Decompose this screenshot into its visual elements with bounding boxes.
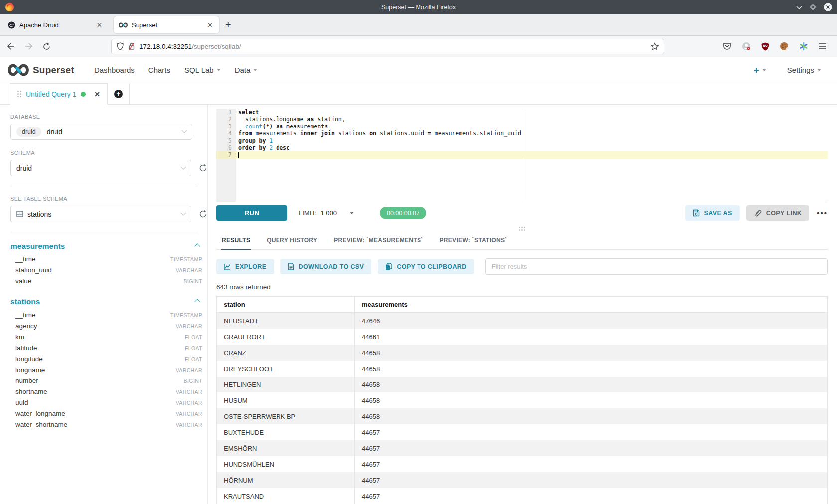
column-type: VARCHAR: [176, 267, 202, 273]
results-tab-preview-stations[interactable]: PREVIEW: `STATIONS`: [439, 232, 508, 250]
pane-splitter-handle[interactable]: [519, 227, 525, 231]
bookmark-star-icon[interactable]: [651, 42, 659, 50]
browser-tab-apache-druid[interactable]: Apache Druid ✕: [3, 16, 109, 33]
url-field[interactable]: 172.18.0.4:32251/superset/sqllab/: [111, 39, 664, 54]
chevron-down-icon: [253, 69, 257, 71]
column-header-station[interactable]: station: [217, 301, 354, 308]
cell-measurements: 44657: [354, 424, 827, 440]
schema-section-header[interactable]: stations: [10, 297, 199, 306]
column-name: number: [15, 377, 184, 384]
cell-measurements: 44658: [354, 361, 827, 377]
code-line-content: order by 2 desc: [236, 144, 828, 151]
column-header-measurements[interactable]: measurements: [354, 297, 827, 313]
window-close-icon[interactable]: [824, 3, 832, 11]
line-number: 6: [216, 144, 236, 151]
explore-button[interactable]: EXPLORE: [216, 259, 274, 274]
nav-item-sql-lab[interactable]: SQL Lab: [177, 66, 228, 74]
column-type: VARCHAR: [176, 411, 202, 417]
results-tab-query-history[interactable]: QUERY HISTORY: [266, 232, 318, 250]
drag-handle-icon[interactable]: [17, 91, 21, 97]
line-number: 4: [216, 130, 236, 137]
table-row: GRAUERORT44661: [217, 329, 827, 345]
nav-item-data[interactable]: Data: [228, 66, 265, 74]
tab-close-icon[interactable]: ✕: [95, 21, 104, 29]
table-row: HÖRNUM44657: [217, 472, 827, 488]
account-icon[interactable]: [742, 42, 751, 51]
code-line-6: 6order by 2 desc: [216, 144, 828, 151]
menu-hamburger-icon[interactable]: [819, 43, 827, 50]
shield-icon[interactable]: [117, 42, 124, 50]
database-select[interactable]: druid druid: [10, 124, 192, 140]
column-name: latitude: [15, 344, 185, 352]
ublock-icon[interactable]: UO: [761, 42, 769, 51]
tab-close-icon[interactable]: ✕: [206, 21, 214, 29]
sql-code-editor[interactable]: 1select2 stations.longname as station,3 …: [216, 109, 828, 202]
cell-station: NEUSTADT: [217, 317, 354, 325]
refresh-schema-icon[interactable]: [199, 164, 207, 172]
table-row: CRANZ44658: [217, 345, 827, 361]
column-name: longitude: [15, 355, 185, 363]
more-options-icon[interactable]: •••: [817, 209, 828, 217]
column-type: VARCHAR: [176, 389, 202, 395]
browser-tab-label: Apache Druid: [19, 21, 95, 29]
insecure-lock-icon[interactable]: [128, 42, 135, 50]
chevron-down-icon: [350, 212, 354, 214]
query-tab-untitled-1[interactable]: Untitled Query 1 ✕: [10, 83, 108, 105]
cell-station: GRAUERORT: [217, 333, 354, 341]
cookie-icon[interactable]: [780, 42, 789, 51]
add-new-button[interactable]: +: [754, 65, 766, 76]
results-tab-results[interactable]: RESULTS: [221, 232, 251, 250]
table-row: HUSUM44658: [217, 392, 827, 408]
nav-item-charts[interactable]: Charts: [141, 66, 177, 74]
reload-icon[interactable]: [43, 43, 50, 50]
save-as-button[interactable]: SAVE AS: [685, 205, 740, 221]
limit-dropdown[interactable]: LIMIT: 1 000: [299, 209, 354, 217]
table-select[interactable]: stations: [10, 206, 191, 222]
schema-section-header[interactable]: measurements: [10, 242, 199, 251]
column-type: TIMESTAMP: [170, 256, 202, 262]
save-as-label: SAVE AS: [704, 210, 732, 217]
druid-favicon: [8, 21, 15, 29]
plus-circle-icon: +: [114, 90, 123, 98]
nav-item-dashboards[interactable]: Dashboards: [87, 66, 141, 74]
copy-icon: [385, 263, 392, 270]
settings-menu[interactable]: Settings: [787, 66, 821, 74]
cell-station: HETLINGEN: [217, 381, 354, 388]
extension-asterisk-icon[interactable]: [799, 42, 808, 51]
refresh-tables-icon[interactable]: [199, 210, 207, 218]
window-maximize-icon[interactable]: [810, 4, 816, 10]
cell-station: KRAUTSAND: [217, 493, 354, 500]
copy-link-button[interactable]: COPY LINK: [746, 205, 809, 221]
query-tab-close-icon[interactable]: ✕: [94, 90, 100, 98]
column-row: kmFLOAT: [10, 333, 202, 344]
forward-icon[interactable]: [25, 43, 33, 50]
chevron-up-icon[interactable]: [194, 243, 200, 249]
run-button[interactable]: RUN: [216, 205, 287, 221]
cell-measurements: 44658: [354, 408, 827, 424]
schema-select[interactable]: druid: [10, 160, 191, 176]
code-line-1: 1select: [216, 109, 828, 116]
new-query-tab-button[interactable]: +: [108, 83, 130, 104]
column-type: FLOAT: [185, 356, 202, 362]
back-icon[interactable]: [7, 43, 15, 50]
plus-icon: +: [754, 65, 759, 76]
table-row: OSTE-SPERRWERK BP44658: [217, 408, 827, 424]
pocket-icon[interactable]: [723, 42, 731, 50]
browser-tab-superset[interactable]: Superset ✕: [114, 16, 219, 33]
copy-to-clipboard-button[interactable]: COPY TO CLIPBOARD: [378, 259, 474, 274]
download-to-csv-button[interactable]: DOWNLOAD TO CSV: [280, 259, 372, 274]
copy-link-label: COPY LINK: [766, 210, 802, 217]
new-tab-button[interactable]: +: [219, 19, 237, 31]
table-row: KRAUTSAND44657: [217, 488, 827, 504]
query-tabs-bar: Untitled Query 1 ✕ +: [0, 83, 837, 105]
table-value: stations: [27, 210, 181, 218]
superset-logo[interactable]: Superset: [8, 64, 74, 76]
limit-value: 1 000: [320, 209, 337, 217]
results-tab-preview-measurements[interactable]: PREVIEW: `MEASUREMENTS`: [333, 232, 424, 250]
chevron-down-icon: [217, 69, 221, 71]
chevron-up-icon[interactable]: [194, 299, 200, 304]
schema-section-measurements: measurements__timeTIMESTAMPstation_uuidV…: [10, 242, 202, 288]
paperclip-icon: [754, 209, 762, 217]
filter-results-input[interactable]: [485, 258, 828, 275]
window-minimize-icon[interactable]: [796, 5, 802, 9]
